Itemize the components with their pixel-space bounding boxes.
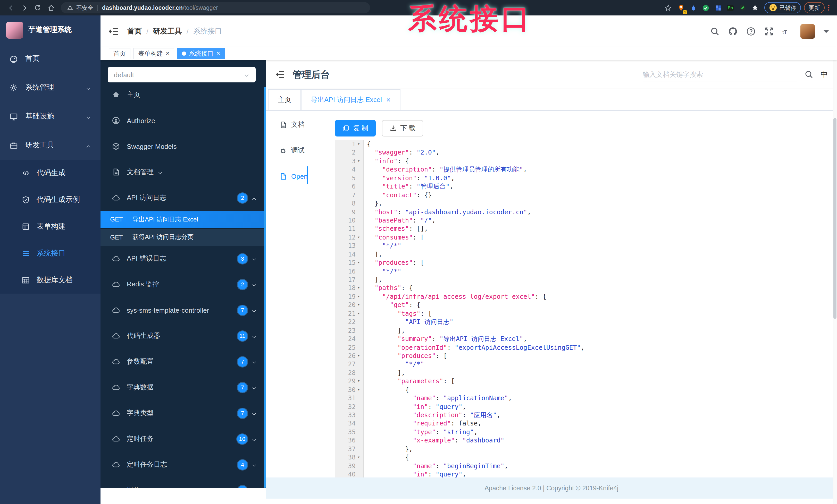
code-line: },: [367, 445, 832, 453]
sidebar-subitem-label: 系统接口: [37, 249, 66, 258]
doc-tab-导出API 访问日志 Excel[interactable]: 导出API 访问日志 Excel✕: [301, 89, 400, 110]
doc-menu-item-API 访问日志[interactable]: API 访问日志2: [101, 185, 266, 211]
doc-menu-item-文档管理[interactable]: 文档管理: [101, 159, 266, 185]
line-number: 9: [335, 208, 363, 216]
bookmark-star-icon[interactable]: [661, 1, 675, 14]
fold-caret-icon[interactable]: ▾: [356, 233, 362, 242]
mini-tab-Open[interactable]: Open: [266, 163, 307, 189]
address-separator: [97, 5, 98, 11]
sidebar-item-首页[interactable]: 首页: [0, 44, 101, 73]
font-size-icon[interactable]: tT: [782, 27, 791, 36]
extension-en-icon[interactable]: En: [725, 3, 735, 13]
extension-grid-icon[interactable]: [713, 3, 723, 13]
tag-表单构建[interactable]: 表单构建✕: [133, 48, 175, 59]
doc-tabs: 主页导出API 访问日志 Excel✕: [266, 89, 837, 111]
extension-pin-icon[interactable]: 1: [676, 3, 686, 13]
doc-collapse-icon[interactable]: [275, 69, 286, 79]
sidebar-subitem-代码生成示例[interactable]: 代码生成示例: [0, 186, 101, 213]
doc-menu-item-岗位[interactable]: 岗位8: [101, 478, 266, 488]
fold-caret-icon[interactable]: ▾: [356, 259, 362, 267]
tag-首页[interactable]: 首页: [109, 48, 130, 59]
language-toggle[interactable]: 中: [820, 70, 828, 79]
mini-tab-文档[interactable]: 文档: [266, 112, 307, 137]
fold-caret-icon[interactable]: ▾: [356, 352, 362, 360]
user-avatar[interactable]: [800, 24, 815, 39]
app-logo[interactable]: 芋道管理系统: [0, 16, 101, 44]
search-icon[interactable]: [710, 27, 719, 36]
github-icon[interactable]: [728, 27, 737, 36]
browser-home-icon[interactable]: [44, 1, 58, 14]
sidebar-subitem-数据库文档[interactable]: 数据库文档: [0, 267, 101, 294]
tag-close-icon[interactable]: ✕: [165, 51, 170, 56]
doc-search-input[interactable]: [643, 70, 797, 78]
fold-caret-icon[interactable]: ▾: [356, 301, 362, 310]
insecure-warning-icon: [67, 5, 73, 11]
breadcrumb-home[interactable]: 首页: [127, 27, 142, 36]
fold-caret-icon[interactable]: ▾: [356, 386, 362, 394]
fold-caret-icon[interactable]: ▾: [356, 140, 362, 149]
endpoint-导出API 访问日志 Excel[interactable]: GET导出API 访问日志 Excel: [101, 211, 266, 228]
extensions-area: 1En: [675, 3, 761, 13]
doc-tab-主页[interactable]: 主页: [268, 89, 301, 110]
copy-button[interactable]: 复 制: [335, 120, 375, 136]
sidebar-fold-icon[interactable]: [109, 26, 119, 37]
tag-系统接口[interactable]: 系统接口✕: [178, 48, 225, 59]
doc-menu-item-代码生成器[interactable]: 代码生成器11: [101, 323, 266, 349]
chevron-down-icon: [158, 169, 163, 174]
doc-tab-close-icon[interactable]: ✕: [386, 97, 391, 103]
sidebar-subitem-系统接口[interactable]: 系统接口: [0, 240, 101, 267]
browser-back-icon[interactable]: [4, 1, 18, 14]
endpoint-获得API 访问日志分页[interactable]: GET获得API 访问日志分页: [101, 228, 266, 246]
help-icon[interactable]: [746, 27, 755, 36]
extension-star-white-icon[interactable]: [750, 3, 760, 13]
api-group-select[interactable]: default: [108, 67, 256, 82]
chevron-down-icon: [251, 385, 257, 390]
tag-close-icon[interactable]: ✕: [216, 51, 220, 56]
fold-caret-icon[interactable]: ▾: [356, 157, 362, 166]
extension-drop-icon[interactable]: [688, 3, 698, 13]
fold-caret-icon[interactable]: ▾: [356, 310, 362, 318]
extension-check-icon[interactable]: [700, 3, 711, 13]
breadcrumb-devtools[interactable]: 研发工具: [153, 27, 182, 36]
sidebar-subitem-label: 代码生成: [37, 168, 66, 178]
user-menu-caret-icon[interactable]: [824, 30, 829, 35]
extension-leaf-icon[interactable]: [737, 3, 748, 13]
download-button[interactable]: 下 载: [382, 120, 423, 136]
doc-menu-item-Authorize[interactable]: Authorize: [101, 108, 266, 133]
doc-menu-item-Redis 监控[interactable]: Redis 监控2: [101, 272, 266, 297]
doc-menu-item-API 错误日志[interactable]: API 错误日志3: [101, 246, 266, 272]
fullscreen-icon[interactable]: [764, 27, 773, 36]
sidebar-item-研发工具[interactable]: 研发工具: [0, 131, 101, 160]
update-button[interactable]: 更新: [804, 2, 825, 13]
fold-caret-icon[interactable]: ▾: [356, 284, 362, 293]
fold-caret-icon[interactable]: ▾: [356, 377, 362, 386]
doc-menu-item-字典数据[interactable]: 字典数据7: [101, 374, 266, 400]
doc-menu-item-主页[interactable]: 主页: [101, 82, 266, 108]
doc-menu-item-定时任务日志[interactable]: 定时任务日志4: [101, 452, 266, 478]
browser-menu-kebab-icon[interactable]: [825, 1, 833, 14]
sidebar-subitem-代码生成[interactable]: 代码生成: [0, 160, 101, 186]
fold-caret-icon[interactable]: ▾: [356, 293, 362, 301]
doc-menu-item-sys-sms-template-controller[interactable]: sys-sms-template-controller7: [101, 297, 266, 323]
doc-sidebar-scrollbar[interactable]: [264, 87, 266, 488]
browser-reload-icon[interactable]: [31, 1, 44, 14]
sidebar-item-基础设施[interactable]: 基础设施: [0, 102, 101, 131]
doc-menu-item-参数配置[interactable]: 参数配置7: [101, 349, 266, 374]
line-number: 23: [335, 326, 363, 335]
mini-tab-调试[interactable]: 调试: [266, 137, 307, 163]
profile-paused-pill[interactable]: 已暂停: [764, 2, 801, 13]
sidebar-subitem-表单构建[interactable]: 表单构建: [0, 213, 101, 240]
fold-caret-icon[interactable]: ▾: [356, 453, 362, 462]
doc-menu-item-定时任务[interactable]: 定时任务10: [101, 426, 266, 452]
doc-search-field[interactable]: [643, 68, 797, 81]
doc-search-icon[interactable]: [804, 70, 813, 79]
page-scrollbar-thumb[interactable]: [833, 118, 836, 319]
sidebar-item-系统管理[interactable]: 系统管理: [0, 73, 101, 102]
address-bar[interactable]: 不安全 dashboard.yudao.iocoder.cn/tool/swag…: [61, 2, 370, 13]
app-frame: 芋道管理系统 首页系统管理基础设施研发工具 代码生成代码生成示例表单构建系统接口…: [0, 16, 837, 504]
doc-menu-item-Swagger Models[interactable]: Swagger Models: [101, 133, 266, 159]
code-editor[interactable]: 1▾23▾456789101112▾131415▾161718▾19▾20▾21…: [335, 140, 832, 478]
doc-menu-item-字典类型[interactable]: 字典类型7: [101, 400, 266, 426]
code-line: ],: [367, 369, 832, 377]
browser-forward-icon[interactable]: [18, 1, 31, 14]
